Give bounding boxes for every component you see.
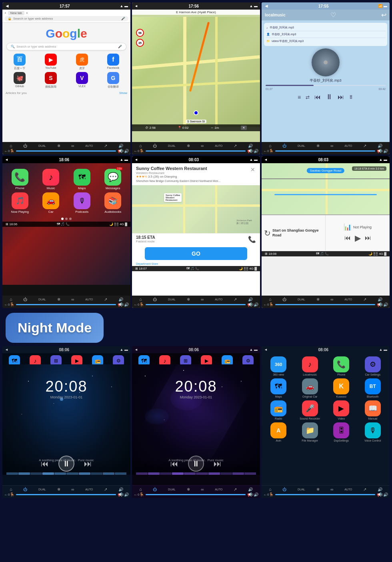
back-arrow-3[interactable]: ◄ — [264, 3, 269, 9]
prev-night-1[interactable]: ⏮ — [41, 459, 49, 468]
home-btn-2[interactable]: ⌂ — [139, 143, 142, 148]
home-btn-8[interactable]: ⌂ — [139, 487, 142, 492]
home-btn-3[interactable]: ⌂ — [269, 143, 272, 148]
power-btn-4[interactable]: ⏻ — [23, 297, 27, 302]
vol-5[interactable]: 🔊 — [248, 297, 253, 302]
back-7[interactable]: ← — [4, 492, 8, 497]
power-btn-5[interactable]: ⏻ — [153, 297, 157, 302]
back-5[interactable]: ← — [134, 302, 138, 307]
app-filemanager[interactable]: 📁 File Manager — [296, 422, 325, 442]
music-progress-bar[interactable] — [266, 85, 386, 86]
play-night-2[interactable]: ⏸ — [188, 456, 204, 472]
volume-icon-1[interactable]: 🔊 — [118, 144, 123, 148]
cp-app-messages[interactable]: 💬 259 Messages — [99, 169, 128, 190]
app-voicecontrol[interactable]: 🎙 Voice Control — [358, 422, 388, 442]
bookmark-github[interactable]: 🐙 GitHub — [5, 72, 34, 89]
playlist-btn[interactable]: ≡ — [298, 94, 301, 100]
power-btn-3[interactable]: ⏻ — [282, 144, 286, 148]
music-item-1[interactable]: ♪半壶纱_刘珂矣.mp3 — [266, 24, 386, 31]
play-split[interactable]: ▶ — [355, 233, 361, 243]
vol-2[interactable]: 🔊 — [248, 144, 253, 148]
bookmark-huya[interactable]: 虎 虎牙 — [67, 54, 97, 70]
vol-3[interactable]: 🔊 — [378, 144, 382, 148]
app-maps[interactable]: 🗺 Maps — [264, 378, 293, 398]
power-btn-7[interactable]: ⏻ — [23, 487, 27, 492]
cp-app-podcasts[interactable]: 🎙 Podcasts — [68, 192, 96, 214]
home-btn-5[interactable]: ⌂ — [139, 297, 142, 302]
eq-btn[interactable]: 🎚 — [349, 94, 354, 100]
app-localmusic[interactable]: ♪ Localmusic — [296, 356, 325, 376]
back-8[interactable]: ← — [134, 492, 138, 497]
music-item-2[interactable]: 👤半壶纱_刘珂矣.mp3 — [266, 31, 386, 38]
vol-8[interactable]: 🔊 — [248, 487, 253, 492]
app-manual[interactable]: 📖 Manual — [358, 400, 388, 420]
vol-6[interactable]: 🔊 — [378, 297, 382, 302]
app-avin[interactable]: A Avin — [264, 422, 293, 442]
shuffle-btn[interactable]: ⇄ — [306, 94, 310, 100]
cp-app-nowplaying[interactable]: 🎵 Now Playing — [6, 192, 34, 214]
show-link[interactable]: Show — [119, 91, 127, 95]
app-carsettings[interactable]: ⚙ Car Settings — [358, 356, 388, 376]
bookmark-facebook[interactable]: f Facebook — [98, 54, 128, 70]
phone-icon[interactable]: 📞 — [248, 236, 256, 243]
volume2-icon-1[interactable]: 🔊 — [124, 149, 129, 153]
cp-app-maps[interactable]: 🗺 Maps — [68, 169, 96, 190]
bookmark-baidu[interactable]: 百 百度一下 — [5, 54, 34, 70]
back-arrow-4[interactable]: ◄ — [5, 158, 8, 162]
next-split[interactable]: ⏭ — [365, 234, 371, 242]
back-arrow-6[interactable]: ◄ — [264, 158, 268, 162]
cp-app-music[interactable]: ♪ Music — [37, 169, 66, 190]
power-btn-2[interactable]: ⏻ — [153, 144, 157, 148]
vol-4[interactable]: 🔊 — [118, 297, 123, 302]
power-btn-9[interactable]: ⏻ — [282, 487, 286, 492]
back-arrow-9[interactable]: ◄ — [264, 348, 268, 352]
home-btn-7[interactable]: ⌂ — [10, 487, 12, 492]
back-6[interactable]: ← — [263, 302, 267, 307]
search-box[interactable]: 🔍 Search or type web address 🎤 — [6, 43, 126, 50]
url-bar[interactable]: 🔒 Search or type web address 🎤 — [4, 16, 128, 21]
music-item-3[interactable]: 📁video/半壶纱_刘珂矣.mp3 — [266, 38, 386, 44]
back-btn-1[interactable]: ← — [4, 149, 8, 153]
app-360[interactable]: 360 360 view — [264, 356, 293, 376]
home-btn-6[interactable]: ⌂ — [269, 297, 272, 302]
app-phone[interactable]: 📞 Phone — [327, 356, 356, 376]
app-bluetooth[interactable]: BT Bluetooth — [358, 378, 388, 398]
home-btn-9[interactable]: ⌂ — [269, 487, 272, 492]
cp-app-car[interactable]: 🚗 Car — [37, 192, 66, 214]
heart-icon[interactable]: ♡ — [330, 11, 336, 19]
app-video[interactable]: ▶ Video — [327, 400, 356, 420]
app-originalcar[interactable]: 🚗 Original Car — [296, 378, 325, 398]
bookmark-translate[interactable]: G 谷歌翻译 — [98, 72, 128, 89]
back-2[interactable]: ← — [134, 149, 138, 153]
power-btn-6[interactable]: ⏻ — [282, 297, 286, 302]
next-night-2[interactable]: ⏭ — [214, 459, 222, 468]
power-btn-8[interactable]: ⏻ — [153, 487, 157, 492]
voice-search-icon[interactable]: 🎤 — [118, 45, 122, 48]
next-night-1[interactable]: ⏭ — [84, 459, 92, 468]
play-night-1[interactable]: ⏸ — [58, 456, 74, 472]
vol-9[interactable]: 🔊 — [378, 487, 382, 492]
bookmark-youtube[interactable]: ▶ YouTube — [36, 54, 66, 70]
home-btn-1[interactable]: ⌂ — [10, 143, 12, 148]
bookmark-vlex[interactable]: V VLEX — [67, 72, 97, 89]
home-btn-4[interactable]: ⌂ — [10, 297, 12, 302]
tab-label[interactable]: New tab — [8, 11, 24, 15]
next-btn[interactable]: ⏭ — [338, 94, 344, 101]
map-close-btn[interactable]: ✕ — [241, 126, 247, 130]
back-music-icon[interactable]: ↩ — [381, 11, 386, 19]
close-panel-btn[interactable]: ✕ — [250, 166, 256, 174]
bookmark-sohu[interactable]: S 搜狐新闻 — [36, 72, 66, 89]
tab-close[interactable]: × — [26, 11, 28, 15]
prev-night-2[interactable]: ⏮ — [170, 459, 178, 468]
back-3[interactable]: ← — [263, 149, 267, 153]
vol-7[interactable]: 🔊 — [118, 487, 123, 492]
cp-app-phone[interactable]: 📞 Phone — [6, 169, 34, 190]
back-arrow-5[interactable]: ◄ — [134, 158, 138, 162]
prev-split[interactable]: ⏮ — [344, 234, 351, 242]
prev-btn[interactable]: ⏮ — [314, 94, 321, 101]
go-button[interactable]: GO — [145, 247, 247, 260]
power-btn-1[interactable]: ⏻ — [23, 144, 27, 148]
mic-icon[interactable]: 🎤 — [121, 17, 125, 20]
back-arrow-7[interactable]: ◄ — [5, 348, 8, 352]
app-dspsettings[interactable]: 🎛 DspSettings — [327, 422, 356, 442]
